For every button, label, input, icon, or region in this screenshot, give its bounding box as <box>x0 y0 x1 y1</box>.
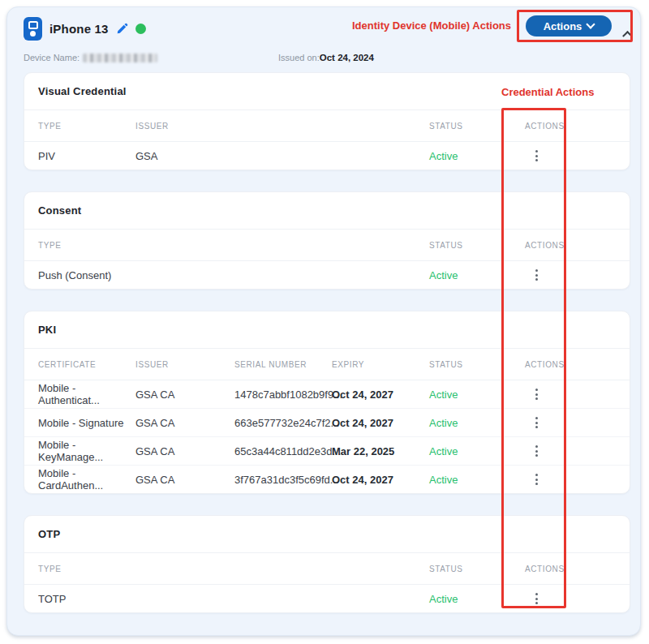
device-name-label: Device Name: <box>24 53 80 62</box>
device-name-row: Device Name: <box>24 53 157 62</box>
edit-device-name-button[interactable] <box>116 23 128 35</box>
cell-expiry: Oct 24, 2027 <box>332 389 429 401</box>
cell-issuer: GSA CA <box>135 445 234 457</box>
section-title-pki: PKI <box>38 324 56 336</box>
device-online-status-dot <box>135 24 146 34</box>
mobile-device-icon <box>24 17 42 41</box>
cell-serial-number: 3f767a31dc3f5c69fd... <box>234 474 332 486</box>
cell-issuer: GSA CA <box>135 474 234 486</box>
issued-on-label: Issued on: <box>278 53 320 62</box>
pencil-icon <box>116 23 128 35</box>
cell-expiry: Oct 24, 2027 <box>332 474 429 486</box>
cell-serial-number: 65c3a44c811dd2e3d... <box>234 445 332 457</box>
column-header-type: TYPE <box>38 122 135 131</box>
section-title-otp: OTP <box>38 528 60 540</box>
column-header-type: TYPE <box>38 565 429 573</box>
cell-certificate: Mobile - KeyManage... <box>38 439 135 463</box>
cell-issuer: GSA CA <box>135 389 234 401</box>
issued-on-row: Issued on:Oct 24, 2024 <box>278 53 374 62</box>
cell-expiry: Mar 22, 2025 <box>332 445 429 457</box>
column-header-serial-number: SERIAL NUMBER <box>234 360 332 369</box>
annotation-device-actions-text: Identity Device (Mobile) Actions <box>352 19 511 32</box>
annotation-credential-actions-text: Credential Actions <box>501 86 566 98</box>
cell-issuer: GSA <box>135 150 429 162</box>
cell-certificate: Mobile - CardAuthen... <box>38 467 135 492</box>
cell-expiry: Oct 24, 2027 <box>332 417 429 429</box>
device-name-value-redacted <box>83 54 157 62</box>
column-header-issuer: ISSUER <box>135 122 429 131</box>
column-header-expiry: EXPIRY <box>332 360 429 369</box>
column-header-certificate: CERTIFICATE <box>38 360 135 369</box>
device-title: iPhone 13 <box>49 22 109 36</box>
cell-certificate: Mobile - Signature <box>38 417 135 429</box>
issued-on-value: Oct 24, 2024 <box>320 53 374 62</box>
cell-certificate: Mobile - Authenticat... <box>38 382 135 406</box>
cell-serial-number: 663e577732e24c7f2... <box>234 417 332 429</box>
section-title-visual-credential: Visual Credential <box>38 85 127 97</box>
cell-type: TOTP <box>38 593 429 605</box>
column-header-issuer: ISSUER <box>135 360 234 369</box>
annotation-box-device-actions <box>517 10 633 42</box>
annotation-box-actions-column <box>501 108 566 608</box>
cell-type: PIV <box>38 150 135 162</box>
cell-issuer: GSA CA <box>135 417 234 429</box>
cell-serial-number: 1478c7abbf1082b9f9... <box>234 389 332 401</box>
cell-type: Push (Consent) <box>38 269 429 281</box>
section-title-consent: Consent <box>38 204 81 217</box>
column-header-type: TYPE <box>38 241 429 250</box>
device-header: iPhone 13 <box>24 17 146 41</box>
